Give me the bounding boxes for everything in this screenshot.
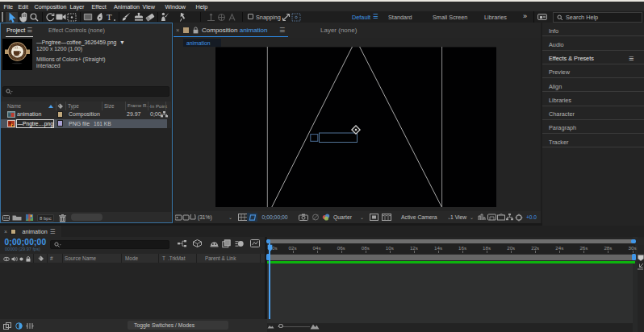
- svg-text:12a: 12a: [3, 216, 10, 220]
